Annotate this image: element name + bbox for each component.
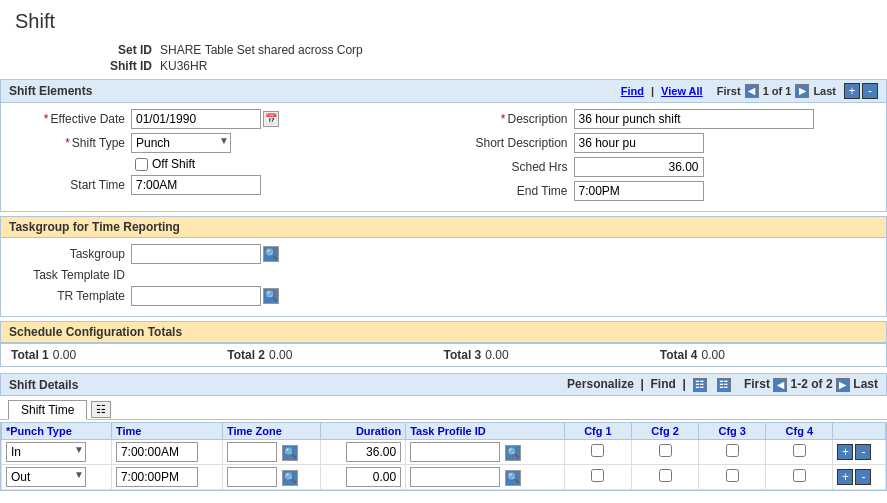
row2-cfg4-cell <box>766 465 833 490</box>
row2-punch-type-select[interactable]: In Out <box>6 467 86 487</box>
shift-elements-nav: Find | View All First ◀ 1 of 1 ▶ Last + … <box>621 83 878 99</box>
row2-duration-input[interactable] <box>346 467 401 487</box>
set-id-desc: Table Set shared across Corp <box>205 43 363 57</box>
row1-cfg3-cell <box>699 440 766 465</box>
page-title: Shift <box>0 0 887 39</box>
effective-date-label: Effective Date <box>11 112 131 126</box>
description-input[interactable] <box>574 109 814 129</box>
prev-nav-btn[interactable]: ◀ <box>745 84 759 98</box>
effective-date-input[interactable] <box>131 109 261 129</box>
shift-details-find-link[interactable]: Find <box>651 377 676 391</box>
row1-task-input[interactable] <box>410 442 500 462</box>
row2-actions-cell: + - <box>833 465 886 490</box>
shift-id-label: Shift ID <box>80 59 160 73</box>
off-shift-checkbox[interactable] <box>135 158 148 171</box>
short-desc-input[interactable] <box>574 133 704 153</box>
row1-cfg4-checkbox[interactable] <box>793 444 806 457</box>
total1-label: Total 1 <box>11 348 49 362</box>
calendar-icon[interactable]: 📅 <box>263 111 279 127</box>
next-nav-btn[interactable]: ▶ <box>795 84 809 98</box>
schedule-config-title: Schedule Configuration Totals <box>9 325 182 339</box>
taskgroup-form: Taskgroup 🔍 Task Template ID TR Template… <box>0 238 887 317</box>
row2-time-input[interactable] <box>116 467 198 487</box>
row1-task-search-icon[interactable]: 🔍 <box>505 445 521 461</box>
row2-cfg1-cell <box>564 465 631 490</box>
shift-details-header: Shift Details Personalize | Find | ☷ ☷ F… <box>0 373 887 396</box>
row1-actions-cell: + - <box>833 440 886 465</box>
shift-details-title: Shift Details <box>9 378 78 392</box>
row1-cfg2-checkbox[interactable] <box>659 444 672 457</box>
set-id-label: Set ID <box>80 43 160 57</box>
row2-task-input[interactable] <box>410 467 500 487</box>
row2-cfg3-cell <box>699 465 766 490</box>
table-icon[interactable]: ☷ <box>717 378 731 392</box>
add-shift-element-button[interactable]: + <box>844 83 860 99</box>
row2-remove-button[interactable]: - <box>855 469 871 485</box>
shift-details-nav: Personalize | Find | ☷ ☷ First ◀ 1-2 of … <box>567 377 878 392</box>
row2-timezone-search-icon[interactable]: 🔍 <box>282 470 298 486</box>
tr-template-input[interactable] <box>131 286 261 306</box>
table-row: In Out ▼ 🔍 🔍 <box>2 440 886 465</box>
tab-shift-time[interactable]: Shift Time <box>8 400 87 420</box>
end-time-label: End Time <box>454 184 574 198</box>
shift-details-prev-btn[interactable]: ◀ <box>773 378 787 392</box>
row2-timezone-input[interactable] <box>227 467 277 487</box>
view-all-link[interactable]: View All <box>661 85 703 97</box>
total1-value: 0.00 <box>53 348 76 362</box>
row1-remove-button[interactable]: - <box>855 444 871 460</box>
shift-details-next-btn[interactable]: ▶ <box>836 378 850 392</box>
total4-label: Total 4 <box>660 348 698 362</box>
row1-cfg3-checkbox[interactable] <box>726 444 739 457</box>
tab-extra-icon[interactable]: ☷ <box>91 401 111 418</box>
row1-cfg1-checkbox[interactable] <box>591 444 604 457</box>
row2-task-search-icon[interactable]: 🔍 <box>505 470 521 486</box>
description-label: Description <box>454 112 574 126</box>
col-timezone-header: Time Zone <box>222 423 320 440</box>
row2-cfg2-cell <box>631 465 698 490</box>
row1-add-button[interactable]: + <box>837 444 853 460</box>
personalize-link[interactable]: Personalize <box>567 377 634 391</box>
row2-add-button[interactable]: + <box>837 469 853 485</box>
row1-timezone-search-icon[interactable]: 🔍 <box>282 445 298 461</box>
tr-template-search-icon[interactable]: 🔍 <box>263 288 279 304</box>
col-time-header: Time <box>111 423 222 440</box>
row1-timezone-input[interactable] <box>227 442 277 462</box>
sched-hrs-input[interactable] <box>574 157 704 177</box>
shift-details-last: Last <box>853 377 878 391</box>
start-time-input[interactable] <box>131 175 261 195</box>
row1-task-cell: 🔍 <box>406 440 565 465</box>
remove-shift-element-button[interactable]: - <box>862 83 878 99</box>
col-cfg3-header: Cfg 3 <box>699 423 766 440</box>
row2-cfg2-checkbox[interactable] <box>659 469 672 482</box>
taskgroup-title: Taskgroup for Time Reporting <box>9 220 180 234</box>
col-cfg1-header: Cfg 1 <box>564 423 631 440</box>
find-link[interactable]: Find <box>621 85 644 97</box>
col-duration-header: Duration <box>320 423 405 440</box>
row2-cfg3-checkbox[interactable] <box>726 469 739 482</box>
grid-icon[interactable]: ☷ <box>693 378 707 392</box>
taskgroup-input[interactable] <box>131 244 261 264</box>
start-time-label: Start Time <box>11 178 131 192</box>
row1-duration-input[interactable] <box>346 442 401 462</box>
col-actions-header <box>833 423 886 440</box>
row1-punch-type-select[interactable]: In Out <box>6 442 86 462</box>
shift-elements-form: Effective Date 📅 Shift Type Punch Elapse… <box>0 103 887 212</box>
taskgroup-search-icon[interactable]: 🔍 <box>263 246 279 262</box>
task-template-label: Task Template ID <box>11 268 131 282</box>
table-header-row: *Punch Type Time Time Zone Duration Task… <box>2 423 886 440</box>
row1-time-input[interactable] <box>116 442 198 462</box>
last-label: Last <box>813 85 836 97</box>
taskgroup-label: Taskgroup <box>11 247 131 261</box>
col-cfg2-header: Cfg 2 <box>631 423 698 440</box>
row1-timezone-cell: 🔍 <box>222 440 320 465</box>
shift-type-select[interactable]: Punch Elapsed <box>131 133 231 153</box>
taskgroup-header: Taskgroup for Time Reporting <box>0 216 887 238</box>
end-time-input[interactable] <box>574 181 704 201</box>
row2-cfg1-checkbox[interactable] <box>591 469 604 482</box>
row2-cfg4-checkbox[interactable] <box>793 469 806 482</box>
total2-label: Total 2 <box>227 348 265 362</box>
row1-duration-cell <box>320 440 405 465</box>
shift-time-table: *Punch Type Time Time Zone Duration Task… <box>1 422 886 490</box>
tab-bar: Shift Time ☷ <box>0 396 887 420</box>
set-id-value: SHARE <box>160 43 201 57</box>
